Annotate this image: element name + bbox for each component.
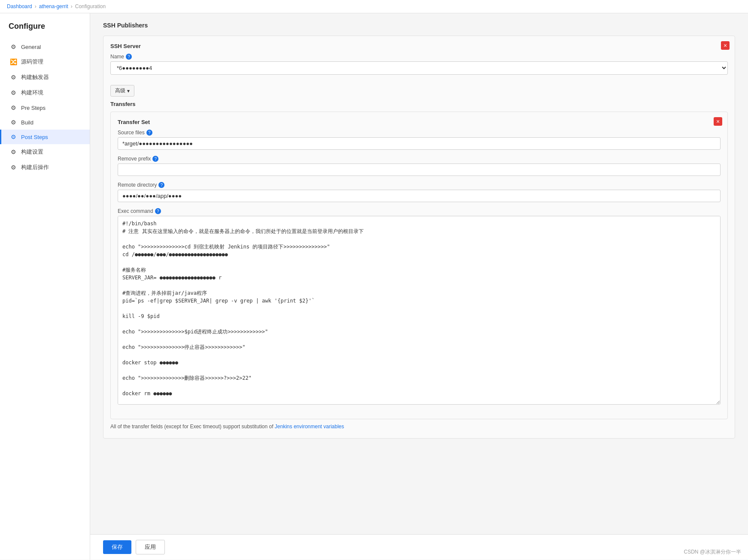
clock-icon: ⚙ — [10, 74, 17, 81]
exec-command-help-icon[interactable]: ? — [155, 208, 161, 214]
sidebar-item-label: General — [21, 44, 41, 50]
exec-command-field: Exec command ? — [118, 208, 721, 406]
advanced-label: 高级 — [115, 87, 125, 94]
post-steps-icon: ⚙ — [10, 133, 17, 140]
sidebar-item-pre-steps[interactable]: ⚙ Pre Steps — [0, 100, 90, 115]
remove-prefix-help-icon[interactable]: ? — [152, 156, 158, 162]
bottom-actions: 保存 应用 — [90, 534, 748, 560]
remove-prefix-input[interactable] — [118, 163, 721, 176]
ssh-publishers-title: SSH Publishers — [103, 22, 735, 29]
sidebar-item-label: Pre Steps — [21, 105, 46, 111]
chevron-down-icon: ▾ — [127, 88, 130, 94]
ssh-server-card: × SSH Server Name ? *6●●●●●●●●4 高级 ▾ Tra… — [103, 36, 735, 439]
sidebar-item-general[interactable]: ⚙ General — [0, 39, 90, 54]
name-select[interactable]: *6●●●●●●●●4 — [110, 61, 728, 75]
breadcrumb-sep2: › — [71, 3, 73, 9]
sidebar-item-build-trigger[interactable]: ⚙ 构建触发器 — [0, 70, 90, 85]
sidebar-item-label: 构建触发器 — [21, 73, 49, 81]
transfer-set-card: × Transfer Set Source files ? *arget/●●●… — [110, 112, 728, 419]
remote-directory-help-icon[interactable]: ? — [158, 182, 164, 188]
name-help-icon[interactable]: ? — [126, 54, 132, 60]
build-icon: ⚙ — [10, 119, 17, 126]
remote-directory-label: Remote directory ? — [118, 182, 721, 188]
sidebar-title: Configure — [0, 22, 90, 39]
watermark: CSDN @冰淇淋分你一半 — [684, 548, 741, 556]
sidebar-item-label: 源码管理 — [21, 58, 43, 66]
apply-button[interactable]: 应用 — [136, 540, 165, 554]
ssh-server-card-title: SSH Server — [110, 43, 728, 49]
source-files-help-icon[interactable]: ? — [146, 130, 152, 136]
breadcrumb-project[interactable]: athena-gerrit — [39, 3, 68, 9]
remove-prefix-label: Remove prefix ? — [118, 156, 721, 162]
advanced-button[interactable]: 高级 ▾ — [110, 85, 134, 97]
sidebar-item-build[interactable]: ⚙ Build — [0, 115, 90, 130]
sidebar-item-label: Build — [21, 119, 33, 126]
exec-command-textarea[interactable] — [118, 216, 721, 405]
source-files-input[interactable]: *arget/●●●●●●●●●●●●●●●● — [118, 137, 721, 150]
remote-directory-input[interactable]: ●●●●/●●/●●●/app/●●●● — [118, 190, 721, 202]
settings-icon: ⚙ — [10, 148, 17, 155]
ssh-server-close-button[interactable]: × — [721, 41, 730, 50]
remote-directory-field: Remote directory ? ●●●●/●●/●●●/app/●●●● — [118, 182, 721, 202]
sidebar-item-source-mgmt[interactable]: 🔀 源码管理 — [0, 54, 90, 70]
source-files-field: Source files ? *arget/●●●●●●●●●●●●●●●● — [118, 130, 721, 150]
breadcrumb: Dashboard › athena-gerrit › Configuratio… — [0, 0, 748, 13]
sidebar-item-build-env[interactable]: ⚙ 构建环境 — [0, 85, 90, 100]
footer-note: All of the transfer fields (except for E… — [110, 419, 728, 431]
sidebar-item-label: 构建环境 — [21, 89, 43, 97]
transfer-set-title: Transfer Set — [118, 119, 721, 125]
breadcrumb-dashboard[interactable]: Dashboard — [7, 3, 32, 9]
transfers-title: Transfers — [110, 101, 728, 107]
post-build-icon: ⚙ — [10, 164, 17, 171]
exec-command-label: Exec command ? — [118, 208, 721, 214]
globe-icon: ⚙ — [10, 89, 17, 96]
save-button[interactable]: 保存 — [103, 540, 131, 554]
breadcrumb-current: Configuration — [75, 3, 106, 9]
sidebar: Configure ⚙ General 🔀 源码管理 ⚙ 构建触发器 ⚙ 构建环… — [0, 13, 90, 560]
breadcrumb-sep1: › — [35, 3, 36, 9]
source-files-label: Source files ? — [118, 130, 721, 136]
main-content: SSH Publishers × SSH Server Name ? *6●●●… — [90, 13, 748, 534]
name-field-group: Name ? *6●●●●●●●●4 — [110, 54, 728, 75]
sidebar-item-label: 构建后操作 — [21, 163, 49, 171]
jenkins-env-vars-link[interactable]: Jenkins environment variables — [275, 424, 344, 430]
transfer-set-close-button[interactable]: × — [714, 117, 722, 126]
gear-icon: ⚙ — [10, 43, 17, 50]
pre-steps-icon: ⚙ — [10, 104, 17, 111]
sidebar-item-post-steps[interactable]: ⚙ Post Steps — [0, 130, 90, 144]
branch-icon: 🔀 — [10, 58, 17, 65]
sidebar-item-build-settings[interactable]: ⚙ 构建设置 — [0, 144, 90, 160]
remove-prefix-field: Remove prefix ? — [118, 156, 721, 176]
sidebar-item-post-build[interactable]: ⚙ 构建后操作 — [0, 160, 90, 175]
name-label: Name ? — [110, 54, 728, 60]
sidebar-item-label: Post Steps — [21, 134, 48, 140]
sidebar-item-label: 构建设置 — [21, 148, 43, 156]
